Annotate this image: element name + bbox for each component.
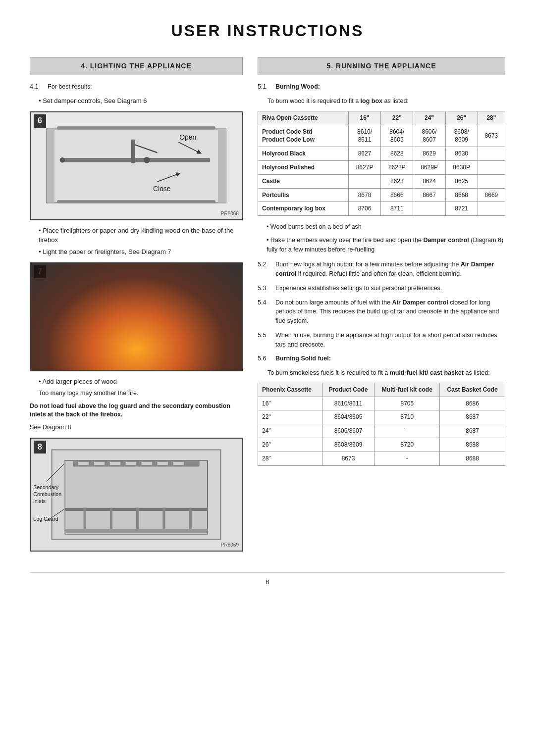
table2-row4-col0: 28"	[258, 452, 322, 465]
table-row: Product Code StdProduct Code Low 8610/86…	[258, 125, 505, 147]
step-5-5-num: 5.5	[258, 331, 271, 350]
diagram-6-pr: PR8068	[221, 210, 239, 217]
table-row: 22" 8604/8605 8710 8687	[258, 410, 505, 424]
svg-rect-27	[84, 508, 86, 529]
table1-row4-col0: Portcullis	[258, 188, 349, 202]
svg-rect-22	[126, 462, 136, 465]
svg-rect-29	[136, 508, 139, 529]
table1-row5-col0: Contemporary log box	[258, 202, 349, 216]
table2-row1-col1: 8604/8605	[322, 410, 374, 424]
table1-row2-col1: 8627P	[348, 161, 380, 175]
step-5-1-num: 5.1	[258, 82, 271, 92]
table1-row4-col3: 8667	[413, 188, 445, 202]
table-row: 28" 8673 - 8688	[258, 452, 505, 465]
page-title: USER INSTRUCTIONS	[30, 20, 505, 42]
table1-row0-col2: 8604/8605	[381, 125, 413, 147]
table1-row0-col4: 8608/8609	[445, 125, 478, 147]
step-5-1-title: Burning Wood:	[275, 83, 320, 90]
table1-row2-col0: Holyrood Polished	[258, 161, 349, 175]
table2-row2-col1: 8606/8607	[322, 424, 374, 438]
table2-row1-col2: 8710	[374, 410, 440, 424]
step-5-6-intro: To burn smokeless fuels it is required t…	[268, 368, 505, 378]
svg-rect-28	[110, 508, 112, 529]
page: USER INSTRUCTIONS 4. LIGHTING THE APPLIA…	[0, 0, 535, 756]
table1-row0-col5: 8673	[478, 125, 505, 147]
page-number: 6	[30, 572, 505, 587]
table2-row4-col1: 8673	[322, 452, 374, 465]
svg-rect-10	[218, 129, 226, 203]
svg-rect-1	[47, 129, 226, 203]
bullet-3: Light the paper or firelighters, See Dia…	[39, 248, 243, 256]
svg-rect-20	[94, 462, 105, 465]
diagram-7-box: 7	[30, 262, 243, 371]
diagram-8-num: 8	[34, 441, 46, 454]
table2-row1-col0: 22"	[258, 410, 322, 424]
svg-rect-7	[57, 126, 215, 129]
table1-row4-col1: 8678	[348, 188, 380, 202]
table1-row1-col5	[478, 147, 505, 161]
svg-rect-9	[47, 129, 54, 203]
step-5-4-text: Do not burn large amounts of fuel with t…	[275, 298, 505, 326]
table1-row2-col2: 8628P	[381, 161, 413, 175]
table2-header-2: Multi-fuel kit code	[374, 383, 440, 397]
table1-row2-col3: 8629P	[413, 161, 445, 175]
step-4-1-num: 4.1	[30, 82, 44, 92]
table2-row2-col0: 24"	[258, 424, 322, 438]
table1-row0-col0: Product Code StdProduct Code Low	[258, 125, 349, 147]
table2-row3-col2: 8720	[374, 438, 440, 452]
table-row: 24" 8606/8607 - 8687	[258, 424, 505, 438]
table-row: 26" 8608/8609 8720 8688	[258, 438, 505, 452]
bullet-wood-1: Wood burns best on a bed of ash	[267, 223, 505, 232]
table1-row1-col0: Holyrood Black	[258, 147, 349, 161]
table1-row5-col1: 8706	[348, 202, 380, 216]
svg-rect-24	[158, 462, 168, 465]
step-5-5: 5.5 When in use, burning the appliance a…	[258, 331, 505, 350]
bullet-4: Add larger pieces of wood	[39, 377, 243, 386]
svg-text:Log Guard: Log Guard	[33, 516, 58, 522]
step-5-2: 5.2 Burn new logs at high output for a f…	[258, 260, 505, 279]
cast-basket-table: Phoenix Cassette Product Code Multi-fuel…	[258, 383, 505, 466]
step-5-1-content: Burning Wood:	[275, 82, 320, 92]
svg-text:inlets: inlets	[33, 498, 46, 504]
step-5-5-text: When in use, burning the appliance at hi…	[275, 331, 505, 350]
step-5-6-num: 5.6	[258, 354, 271, 363]
table2-row0-col1: 8610/8611	[322, 397, 374, 410]
section-5-header: 5. RUNNING THE APPLIANCE	[258, 57, 505, 76]
step-5-2-num: 5.2	[258, 260, 271, 279]
svg-point-6	[60, 157, 65, 163]
step-5-3-text: Experience establishes settings to suit …	[275, 284, 442, 293]
table1-row4-col5: 8669	[478, 188, 505, 202]
svg-rect-25	[173, 462, 184, 465]
svg-text:Close: Close	[153, 185, 171, 193]
table2-header-3: Cast Basket Code	[440, 383, 505, 397]
table1-row5-col5	[478, 202, 505, 216]
diagram-6-svg: Open Close	[31, 112, 242, 219]
warning-see: See Diagram 8	[30, 423, 243, 432]
table2-row0-col3: 8686	[440, 397, 505, 410]
log-box-table: Riva Open Cassette 16" 22" 24" 26" 28" P…	[258, 111, 505, 216]
table1-row4-col2: 8666	[381, 188, 413, 202]
step-5-1: 5.1 Burning Wood:	[258, 82, 505, 92]
table2-row2-col2: -	[374, 424, 440, 438]
table1-row3-col0: Castle	[258, 174, 349, 188]
svg-text:Combustion: Combustion	[33, 491, 61, 497]
table1-row1-col2: 8628	[381, 147, 413, 161]
diagram-8-svg: Secondary Combustion inlets Log Guard	[31, 439, 242, 551]
svg-text:Secondary: Secondary	[33, 484, 59, 490]
table-row: Holyrood Polished 8627P 8628P 8629P 8630…	[258, 161, 505, 175]
table1-row0-col1: 8610/8611	[348, 125, 380, 147]
svg-rect-23	[142, 462, 152, 465]
step-5-1-intro: To burn wood it is required to fit a log…	[268, 97, 505, 106]
table2-row0-col2: 8705	[374, 397, 440, 410]
table1-row0-col3: 8606/8607	[413, 125, 445, 147]
left-column: 4. LIGHTING THE APPLIANCE 4.1 For best r…	[30, 57, 243, 557]
table2-header-0: Phoenix Cassette	[258, 383, 322, 397]
table1-row4-col4: 8668	[445, 188, 478, 202]
table1-header-0: Riva Open Cassette	[258, 111, 349, 125]
table2-row3-col3: 8688	[440, 438, 505, 452]
table1-row1-col3: 8629	[413, 147, 445, 161]
table1-row2-col4: 8630P	[445, 161, 478, 175]
bullet-1: Set damper controls, See Diagram 6	[39, 97, 243, 105]
diagram-8-pr: PR8069	[221, 542, 239, 549]
step-5-6-content: Burning Solid fuel:	[275, 354, 331, 363]
